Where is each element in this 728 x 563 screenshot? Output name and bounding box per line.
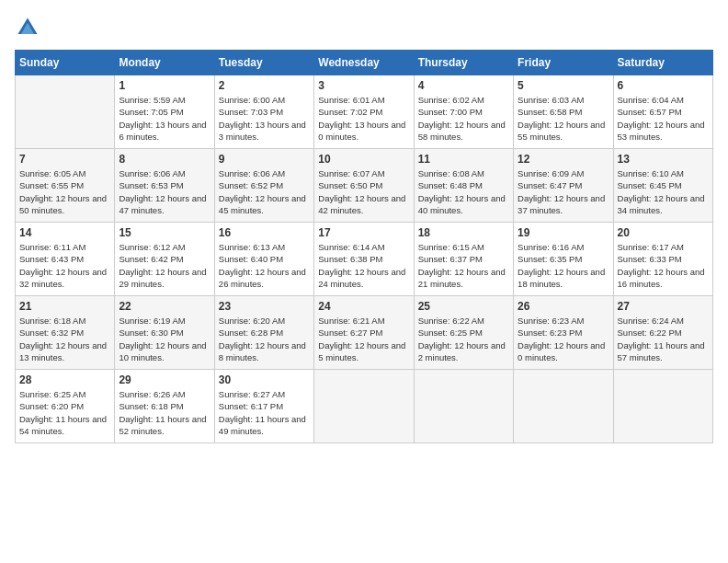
calendar-cell: 29Sunrise: 6:26 AMSunset: 6:18 PMDayligh… bbox=[115, 370, 214, 443]
cell-sun-info: Sunrise: 6:06 AMSunset: 6:53 PMDaylight:… bbox=[119, 167, 210, 216]
cell-sun-info: Sunrise: 6:12 AMSunset: 6:42 PMDaylight:… bbox=[119, 241, 210, 290]
cell-date-number: 21 bbox=[19, 300, 110, 313]
cell-sun-info: Sunrise: 6:14 AMSunset: 6:38 PMDaylight:… bbox=[318, 241, 409, 290]
cell-date-number: 24 bbox=[318, 300, 409, 313]
calendar-cell bbox=[16, 75, 115, 149]
cell-date-number: 13 bbox=[618, 153, 709, 166]
cell-date-number: 28 bbox=[19, 373, 110, 386]
cell-date-number: 25 bbox=[418, 300, 509, 313]
calendar-cell: 27Sunrise: 6:24 AMSunset: 6:22 PMDayligh… bbox=[613, 296, 712, 370]
logo-icon bbox=[15, 15, 40, 40]
cell-sun-info: Sunrise: 6:11 AMSunset: 6:43 PMDaylight:… bbox=[19, 241, 110, 290]
calendar-week-4: 21Sunrise: 6:18 AMSunset: 6:32 PMDayligh… bbox=[16, 296, 713, 370]
cell-sun-info: Sunrise: 6:06 AMSunset: 6:52 PMDaylight:… bbox=[219, 167, 310, 216]
cell-date-number: 1 bbox=[119, 79, 210, 92]
calendar-cell: 18Sunrise: 6:15 AMSunset: 6:37 PMDayligh… bbox=[414, 223, 513, 296]
cell-date-number: 14 bbox=[19, 226, 110, 239]
calendar-cell: 5Sunrise: 6:03 AMSunset: 6:58 PMDaylight… bbox=[514, 75, 613, 149]
calendar-cell: 17Sunrise: 6:14 AMSunset: 6:38 PMDayligh… bbox=[314, 223, 414, 296]
cell-sun-info: Sunrise: 5:59 AMSunset: 7:05 PMDaylight:… bbox=[119, 94, 210, 143]
col-header-saturday: Saturday bbox=[613, 51, 712, 75]
page-header bbox=[15, 15, 713, 40]
calendar-header-row: SundayMondayTuesdayWednesdayThursdayFrid… bbox=[16, 51, 713, 75]
cell-date-number: 20 bbox=[618, 226, 709, 239]
calendar-cell: 9Sunrise: 6:06 AMSunset: 6:52 PMDaylight… bbox=[214, 149, 313, 223]
calendar-cell: 15Sunrise: 6:12 AMSunset: 6:42 PMDayligh… bbox=[115, 223, 214, 296]
calendar-cell: 24Sunrise: 6:21 AMSunset: 6:27 PMDayligh… bbox=[314, 296, 414, 370]
calendar-cell: 28Sunrise: 6:25 AMSunset: 6:20 PMDayligh… bbox=[16, 370, 115, 443]
cell-date-number: 6 bbox=[618, 79, 709, 92]
calendar-cell: 30Sunrise: 6:27 AMSunset: 6:17 PMDayligh… bbox=[214, 370, 313, 443]
calendar-cell: 25Sunrise: 6:22 AMSunset: 6:25 PMDayligh… bbox=[414, 296, 513, 370]
calendar-week-2: 7Sunrise: 6:05 AMSunset: 6:55 PMDaylight… bbox=[16, 149, 713, 223]
cell-sun-info: Sunrise: 6:15 AMSunset: 6:37 PMDaylight:… bbox=[418, 241, 509, 290]
cell-sun-info: Sunrise: 6:22 AMSunset: 6:25 PMDaylight:… bbox=[418, 315, 509, 363]
cell-sun-info: Sunrise: 6:25 AMSunset: 6:20 PMDaylight:… bbox=[19, 388, 110, 437]
cell-date-number: 22 bbox=[119, 300, 210, 313]
cell-sun-info: Sunrise: 6:07 AMSunset: 6:50 PMDaylight:… bbox=[318, 167, 409, 216]
cell-sun-info: Sunrise: 6:20 AMSunset: 6:28 PMDaylight:… bbox=[219, 315, 310, 363]
cell-sun-info: Sunrise: 6:13 AMSunset: 6:40 PMDaylight:… bbox=[219, 241, 310, 290]
cell-sun-info: Sunrise: 6:16 AMSunset: 6:35 PMDaylight:… bbox=[518, 241, 609, 290]
cell-date-number: 8 bbox=[119, 153, 210, 166]
cell-date-number: 4 bbox=[418, 79, 509, 92]
calendar-cell bbox=[314, 370, 414, 443]
calendar-cell: 8Sunrise: 6:06 AMSunset: 6:53 PMDaylight… bbox=[115, 149, 214, 223]
cell-date-number: 23 bbox=[219, 300, 310, 313]
col-header-monday: Monday bbox=[115, 51, 214, 75]
calendar-cell bbox=[414, 370, 513, 443]
cell-sun-info: Sunrise: 6:08 AMSunset: 6:48 PMDaylight:… bbox=[418, 167, 509, 216]
cell-date-number: 7 bbox=[19, 153, 110, 166]
cell-sun-info: Sunrise: 6:02 AMSunset: 7:00 PMDaylight:… bbox=[418, 94, 509, 143]
calendar-cell: 7Sunrise: 6:05 AMSunset: 6:55 PMDaylight… bbox=[16, 149, 115, 223]
cell-date-number: 3 bbox=[318, 79, 409, 92]
cell-date-number: 9 bbox=[219, 153, 310, 166]
cell-sun-info: Sunrise: 6:23 AMSunset: 6:23 PMDaylight:… bbox=[518, 315, 609, 363]
calendar-cell: 3Sunrise: 6:01 AMSunset: 7:02 PMDaylight… bbox=[314, 75, 414, 149]
calendar-cell: 23Sunrise: 6:20 AMSunset: 6:28 PMDayligh… bbox=[214, 296, 313, 370]
calendar-cell: 4Sunrise: 6:02 AMSunset: 7:00 PMDaylight… bbox=[414, 75, 513, 149]
calendar-week-1: 1Sunrise: 5:59 AMSunset: 7:05 PMDaylight… bbox=[16, 75, 713, 149]
cell-sun-info: Sunrise: 6:19 AMSunset: 6:30 PMDaylight:… bbox=[119, 315, 210, 363]
calendar-week-5: 28Sunrise: 6:25 AMSunset: 6:20 PMDayligh… bbox=[16, 370, 713, 443]
cell-sun-info: Sunrise: 6:27 AMSunset: 6:17 PMDaylight:… bbox=[219, 388, 310, 437]
calendar-cell: 21Sunrise: 6:18 AMSunset: 6:32 PMDayligh… bbox=[16, 296, 115, 370]
cell-sun-info: Sunrise: 6:18 AMSunset: 6:32 PMDaylight:… bbox=[19, 315, 110, 363]
cell-date-number: 15 bbox=[119, 226, 210, 239]
calendar-cell: 14Sunrise: 6:11 AMSunset: 6:43 PMDayligh… bbox=[16, 223, 115, 296]
cell-sun-info: Sunrise: 6:00 AMSunset: 7:03 PMDaylight:… bbox=[219, 94, 310, 143]
calendar-cell: 1Sunrise: 5:59 AMSunset: 7:05 PMDaylight… bbox=[115, 75, 214, 149]
cell-date-number: 18 bbox=[418, 226, 509, 239]
calendar-cell: 19Sunrise: 6:16 AMSunset: 6:35 PMDayligh… bbox=[514, 223, 613, 296]
calendar-week-3: 14Sunrise: 6:11 AMSunset: 6:43 PMDayligh… bbox=[16, 223, 713, 296]
cell-date-number: 11 bbox=[418, 153, 509, 166]
col-header-thursday: Thursday bbox=[414, 51, 513, 75]
calendar-cell: 10Sunrise: 6:07 AMSunset: 6:50 PMDayligh… bbox=[314, 149, 414, 223]
logo bbox=[15, 15, 44, 40]
col-header-sunday: Sunday bbox=[16, 51, 115, 75]
cell-date-number: 26 bbox=[518, 300, 609, 313]
calendar-cell: 6Sunrise: 6:04 AMSunset: 6:57 PMDaylight… bbox=[613, 75, 712, 149]
calendar-cell: 13Sunrise: 6:10 AMSunset: 6:45 PMDayligh… bbox=[613, 149, 712, 223]
calendar-cell bbox=[613, 370, 712, 443]
cell-sun-info: Sunrise: 6:17 AMSunset: 6:33 PMDaylight:… bbox=[618, 241, 709, 290]
cell-date-number: 27 bbox=[618, 300, 709, 313]
calendar-cell: 11Sunrise: 6:08 AMSunset: 6:48 PMDayligh… bbox=[414, 149, 513, 223]
cell-sun-info: Sunrise: 6:04 AMSunset: 6:57 PMDaylight:… bbox=[618, 94, 709, 143]
cell-sun-info: Sunrise: 6:24 AMSunset: 6:22 PMDaylight:… bbox=[618, 315, 709, 363]
calendar-cell: 2Sunrise: 6:00 AMSunset: 7:03 PMDaylight… bbox=[214, 75, 313, 149]
calendar-table: SundayMondayTuesdayWednesdayThursdayFrid… bbox=[15, 50, 713, 443]
calendar-cell bbox=[514, 370, 613, 443]
cell-date-number: 5 bbox=[518, 79, 609, 92]
cell-date-number: 16 bbox=[219, 226, 310, 239]
cell-sun-info: Sunrise: 6:03 AMSunset: 6:58 PMDaylight:… bbox=[518, 94, 609, 143]
cell-sun-info: Sunrise: 6:26 AMSunset: 6:18 PMDaylight:… bbox=[119, 388, 210, 437]
calendar-cell: 16Sunrise: 6:13 AMSunset: 6:40 PMDayligh… bbox=[214, 223, 313, 296]
cell-sun-info: Sunrise: 6:05 AMSunset: 6:55 PMDaylight:… bbox=[19, 167, 110, 216]
cell-sun-info: Sunrise: 6:21 AMSunset: 6:27 PMDaylight:… bbox=[318, 315, 409, 363]
cell-date-number: 10 bbox=[318, 153, 409, 166]
cell-sun-info: Sunrise: 6:01 AMSunset: 7:02 PMDaylight:… bbox=[318, 94, 409, 143]
cell-sun-info: Sunrise: 6:09 AMSunset: 6:47 PMDaylight:… bbox=[518, 167, 609, 216]
cell-date-number: 17 bbox=[318, 226, 409, 239]
calendar-cell: 20Sunrise: 6:17 AMSunset: 6:33 PMDayligh… bbox=[613, 223, 712, 296]
